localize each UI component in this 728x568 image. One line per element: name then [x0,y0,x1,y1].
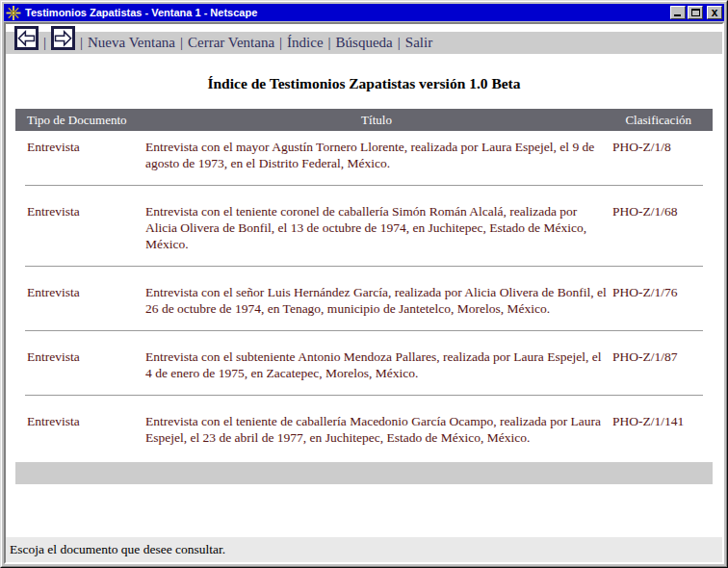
toolbar-separator: | [328,35,331,50]
cell-titulo-link[interactable]: Entrevista con el señor Luis Hernández G… [145,284,608,317]
table-footer-bar [15,462,713,484]
title-bar[interactable]: Testimonios Zapatistas - Ventana 1 - Net… [4,4,724,21]
cell-titulo-link[interactable]: Entrevista con el teniente coronel de ca… [145,203,608,252]
forward-arrow-icon [54,30,72,47]
table-row[interactable]: Entrevista Entrevista con el teniente de… [15,397,713,459]
table-row[interactable]: Entrevista Entrevista con el teniente co… [15,187,713,266]
cell-clasificacion: PHO-Z/1/76 [608,284,713,317]
navigation-toolbar: | |Nueva Ventana|Cerrar Ventana|Índice|B… [6,32,722,54]
table-row[interactable]: Entrevista Entrevista con el señor Luis … [15,268,713,330]
column-header-clasificacion: Clasificación [608,113,713,128]
close-icon: x [712,8,718,17]
cell-tipo-documento: Entrevista [15,139,145,171]
spacer [6,484,722,535]
table-row[interactable]: Entrevista Entrevista con el subteniente… [15,332,713,395]
cell-tipo-documento: Entrevista [15,284,145,317]
table-body: Entrevista Entrevista con el mayor Agust… [15,131,713,459]
cell-tipo-documento: Entrevista [15,203,145,252]
column-header-tipo: Tipo de Documento [15,113,145,128]
maximize-icon [691,9,700,16]
netscape-icon [6,6,21,20]
browser-viewport: | |Nueva Ventana|Cerrar Ventana|Índice|B… [4,22,724,564]
toolbar-frame: | |Nueva Ventana|Cerrar Ventana|Índice|B… [6,24,722,57]
back-button[interactable] [14,26,39,50]
minimize-icon [674,14,681,16]
toolbar-separator: | [43,35,46,51]
cell-titulo-link[interactable]: Entrevista con el mayor Agustín Tornero … [145,139,608,171]
back-arrow-icon [17,30,36,47]
forward-button[interactable] [51,26,75,50]
document-table: Tipo de Documento Título Clasificación E… [15,109,713,459]
toolbar-separator: | [80,35,83,50]
table-header-row: Tipo de Documento Título Clasificación [15,109,713,131]
close-button[interactable]: x [707,6,722,19]
toolbar-separator: | [398,35,401,50]
cell-tipo-documento: Entrevista [15,413,145,446]
table-row[interactable]: Entrevista Entrevista con el mayor Agust… [15,131,713,185]
nav-link-salir[interactable]: Salir [405,35,432,50]
cell-tipo-documento: Entrevista [15,349,145,381]
column-header-titulo: Título [145,113,608,128]
toolbar-separator: | [279,35,282,50]
browser-window: Testimonios Zapatistas - Ventana 1 - Net… [0,0,728,568]
status-message: Escoja el documento que desee consultar. [10,542,225,557]
minimize-button[interactable] [670,6,686,19]
nav-link-nueva-ventana[interactable]: Nueva Ventana [88,35,175,50]
nav-link-cerrar-ventana[interactable]: Cerrar Ventana [188,35,274,50]
cell-titulo-link[interactable]: Entrevista con el teniente de caballería… [145,413,608,446]
page-title: Índice de Testimonios Zapatistas versión… [6,75,722,92]
window-title: Testimonios Zapatistas - Ventana 1 - Net… [25,7,670,18]
status-frame: Escoja el documento que desee consultar. [6,535,722,562]
nav-link--ndice[interactable]: Índice [287,35,323,50]
maximize-button[interactable] [688,6,703,19]
cell-clasificacion: PHO-Z/1/8 [608,139,713,171]
cell-titulo-link[interactable]: Entrevista con el subteniente Antonio Me… [145,349,608,381]
cell-clasificacion: PHO-Z/1/141 [608,413,713,446]
window-frame: Testimonios Zapatistas - Ventana 1 - Net… [1,1,727,567]
toolbar-separator: | [180,35,183,50]
nav-link-b-squeda[interactable]: Búsqueda [336,35,393,50]
nav-links: |Nueva Ventana|Cerrar Ventana|Índice|Bús… [75,35,432,51]
cell-clasificacion: PHO-Z/1/87 [608,349,713,381]
cell-clasificacion: PHO-Z/1/68 [608,203,713,252]
